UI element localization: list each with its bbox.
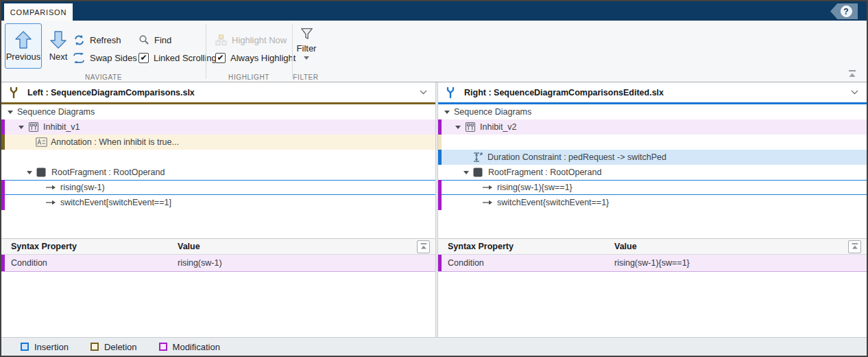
chevron-down-icon[interactable]: [851, 90, 858, 95]
question-mark-icon: ?: [841, 5, 852, 17]
modification-marker: [1, 180, 5, 195]
expander-icon[interactable]: [26, 169, 33, 176]
root-fragment-icon: [36, 168, 48, 177]
legend-deletion: Deletion: [91, 342, 137, 352]
next-button[interactable]: Next: [45, 23, 72, 69]
duration-constraint-icon: [472, 152, 484, 163]
ghost-deletion-marker: [438, 135, 442, 150]
chevron-down-icon[interactable]: [420, 90, 427, 95]
sequence-diagram-icon: [465, 122, 477, 133]
right-property-row-condition[interactable]: Condition rising(sw-1){sw==1}: [438, 255, 867, 272]
left-panel-header: Left : SequenceDiagramComparisons.slx: [1, 82, 435, 102]
expander-icon[interactable]: [7, 108, 14, 115]
find-button[interactable]: Find: [138, 32, 171, 47]
tree-row-duration-constraint[interactable]: Duration Constraint : pedRequest -> swit…: [438, 150, 867, 165]
left-property-row-condition[interactable]: Condition rising(sw-1): [1, 255, 435, 272]
tree-row-inhibit-v2[interactable]: Inhibit_v2: [438, 119, 867, 135]
modification-swatch-icon: [159, 343, 167, 351]
filter-funnel-icon: [300, 27, 313, 41]
modification-marker: [1, 119, 5, 135]
expander-icon[interactable]: [463, 169, 470, 176]
highlight-now-icon: [215, 34, 227, 46]
arrow-down-icon: [50, 31, 67, 49]
modification-marker: [438, 119, 442, 135]
message-arrow-icon: [482, 183, 494, 192]
filter-button[interactable]: Filter: [293, 25, 320, 78]
insertion-swatch-icon: [21, 343, 29, 351]
modification-marker: [1, 195, 5, 210]
tree-label: RootFragment : RootOperand: [488, 168, 601, 177]
tree-row-rootfragment[interactable]: RootFragment : RootOperand: [1, 165, 435, 180]
collapse-ribbon-icon[interactable]: [847, 69, 857, 78]
column-syntax-property: Syntax Property: [448, 242, 614, 251]
tree-row-sequence-diagrams[interactable]: Sequence Diagrams: [438, 104, 867, 119]
legend-insertion-label: Insertion: [34, 342, 69, 352]
section-highlight: HIGHLIGHT: [206, 73, 292, 81]
expander-icon[interactable]: [18, 124, 25, 130]
column-value: Value: [178, 242, 417, 251]
left-panel: Left : SequenceDiagramComparisons.slx Se…: [1, 82, 435, 337]
tree-label: Inhibit_v2: [480, 122, 517, 132]
always-highlight-checkbox[interactable]: ✔ Always Highlight: [215, 50, 296, 65]
message-arrow-icon: [45, 198, 57, 207]
tree-label: RootFragment : RootOperand: [51, 168, 165, 177]
help-button[interactable]: ?: [830, 3, 858, 19]
modification-marker: [438, 180, 442, 195]
expander-icon[interactable]: [444, 108, 450, 115]
highlight-now-button: Highlight Now: [215, 32, 287, 47]
legend-modification: Modification: [159, 342, 220, 352]
message-arrow-icon: [45, 183, 57, 192]
tree-row-message-switchevent[interactable]: switchEvent{switchEvent==1}: [438, 195, 867, 210]
always-highlight-label: Always Highlight: [230, 53, 296, 63]
tree-label: switchEvent[switchEvent==1]: [60, 198, 171, 207]
tree-label: Sequence Diagrams: [454, 107, 531, 117]
section-filter: FILTER: [292, 73, 320, 81]
tree-row-message-switchevent[interactable]: switchEvent[switchEvent==1]: [1, 195, 435, 210]
ribbon-toolbar: Previous Next Refresh: [1, 21, 867, 82]
tree-row-sequence-diagrams[interactable]: Sequence Diagrams: [1, 104, 435, 119]
message-arrow-icon: [482, 198, 494, 207]
tree-row-annotation[interactable]: Annotation : When inhibit is true...: [1, 135, 435, 150]
comparison-main-area: Left : SequenceDiagramComparisons.slx Se…: [1, 82, 867, 337]
swap-sides-button[interactable]: Swap Sides: [73, 50, 137, 65]
right-panel-header: Right : SequenceDiagramComparisonsEdited…: [438, 82, 867, 102]
highlight-now-label: Highlight Now: [232, 35, 287, 45]
tree-label: Annotation : When inhibit is true...: [51, 137, 179, 147]
linked-scrolling-label: Linked Scrolling: [154, 53, 217, 63]
refresh-button[interactable]: Refresh: [73, 32, 121, 47]
modification-marker: [438, 255, 442, 271]
arrow-up-icon: [15, 31, 32, 49]
tree-label: Inhibit_v1: [43, 122, 80, 132]
compare-fork-icon: [8, 87, 19, 99]
swap-sides-icon: [73, 53, 85, 63]
modification-marker: [1, 255, 5, 271]
collapse-pane-button[interactable]: [848, 240, 861, 253]
previous-label: Previous: [6, 51, 41, 62]
filter-label: Filter: [297, 43, 317, 54]
legend-bar: Insertion Deletion Modification: [1, 337, 867, 356]
expander-icon[interactable]: [455, 124, 461, 130]
tree-row-blank: [1, 150, 435, 165]
tree-row-rootfragment[interactable]: RootFragment : RootOperand: [438, 165, 867, 180]
ribbon-group-divider: [292, 24, 293, 79]
collapse-pane-button[interactable]: [417, 240, 430, 253]
tree-label: Sequence Diagrams: [17, 107, 95, 117]
refresh-icon: [73, 34, 85, 46]
property-name: Condition: [448, 258, 614, 268]
checkbox-checked-icon: ✔: [215, 53, 226, 63]
linked-scrolling-checkbox[interactable]: ✔ Linked Scrolling: [138, 50, 217, 65]
tree-row-message-rising[interactable]: rising(sw-1): [1, 180, 435, 195]
chevron-down-icon: [304, 56, 309, 60]
modification-marker: [438, 195, 442, 210]
tab-comparison[interactable]: COMPARISON: [4, 3, 73, 21]
ribbon-group-divider: [206, 24, 206, 79]
tree-row-message-rising[interactable]: rising(sw-1){sw==1}: [438, 180, 867, 195]
search-icon: [138, 34, 149, 45]
property-value: rising(sw-1): [178, 258, 435, 268]
tree-label: switchEvent{switchEvent==1}: [497, 198, 609, 207]
deletion-swatch-icon: [91, 343, 99, 351]
legend-insertion: Insertion: [21, 342, 69, 352]
tree-row-inhibit-v1[interactable]: Inhibit_v1: [1, 119, 435, 135]
ribbon-tab-bar: COMPARISON ?: [1, 1, 867, 21]
previous-button[interactable]: Previous: [5, 23, 42, 69]
